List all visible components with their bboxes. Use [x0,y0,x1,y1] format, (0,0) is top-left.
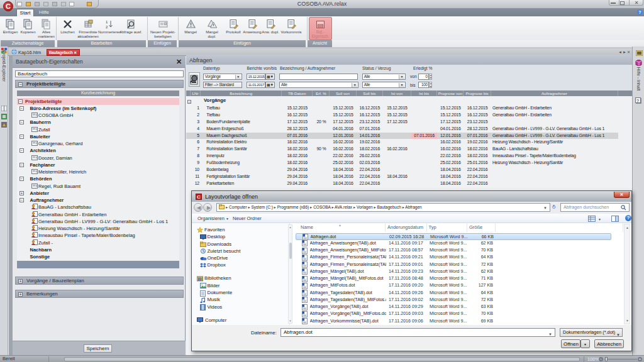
svg-text:2: 2 [106,25,108,29]
svg-text:1: 1 [106,20,108,24]
